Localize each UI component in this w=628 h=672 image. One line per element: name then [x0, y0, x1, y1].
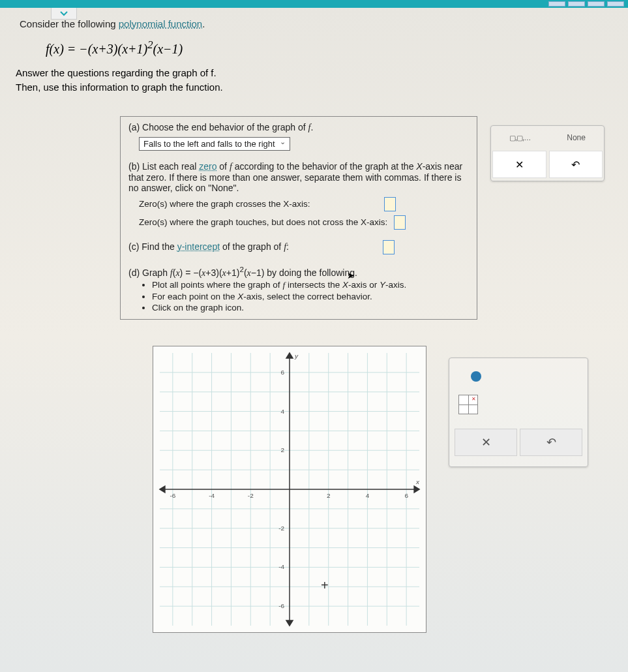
svg-text:6: 6: [404, 492, 408, 499]
svg-text:-6: -6: [170, 492, 175, 499]
input-tools-panel: ▢,▢,… None ✕ ↶: [490, 125, 605, 181]
x-icon: ✕: [481, 435, 491, 450]
question-parts-box: (a) Choose the end behavior of the graph…: [120, 116, 477, 320]
win-ctrl[interactable]: [588, 1, 605, 7]
part-a: (a) Choose the end behavior of the graph…: [121, 117, 477, 156]
part-b-label: (b): [128, 161, 140, 172]
touches-label: Zero(s) where the graph touches, but doe…: [139, 217, 387, 227]
intro-text: Consider the following: [20, 18, 119, 29]
undo-icon: ↶: [546, 435, 556, 450]
clear-button[interactable]: ✕: [492, 151, 546, 178]
x-icon: ✕: [515, 159, 524, 171]
part-d-bullets: Plot all points where the graph of f int…: [128, 280, 469, 313]
instructions: Answer the questions regarding the graph…: [0, 66, 628, 95]
function-formula: f(x) = −(x+3)(x+1)2(x−1): [0, 29, 628, 66]
instr-line-2: Then, use this information to graph the …: [16, 80, 628, 95]
svg-text:2: 2: [281, 446, 285, 453]
svg-text:-2: -2: [248, 492, 254, 499]
win-ctrl[interactable]: [548, 1, 565, 7]
bullet-2: For each point on the X-axis, select the…: [152, 292, 469, 301]
svg-text:-2: -2: [278, 525, 284, 532]
chevron-down-icon: [59, 10, 68, 17]
svg-text:-6: -6: [278, 602, 284, 609]
svg-text:6: 6: [281, 369, 285, 376]
part-a-label: (a): [128, 122, 140, 132]
none-button[interactable]: None: [567, 133, 586, 142]
undo-icon: ↶: [571, 159, 580, 171]
part-b-line2: Zero(s) where the graph touches, but doe…: [128, 211, 469, 230]
svg-text:-4: -4: [278, 563, 284, 570]
graph-undo-button[interactable]: ↶: [520, 429, 582, 456]
svg-text:x: x: [415, 478, 420, 485]
question-intro: Consider the following polynomial functi…: [0, 8, 628, 29]
bullet-3: Click on the graph icon.: [152, 303, 469, 313]
svg-text:-4: -4: [209, 492, 215, 499]
part-c: (c) Find the y-intercept of the graph of…: [121, 235, 477, 260]
point-tool[interactable]: [471, 371, 481, 382]
svg-text:y: y: [294, 352, 299, 359]
part-b: (b) List each real zero of f according t…: [121, 156, 477, 235]
part-d: (d) Graph f(x) = −(x+3)(x+1)2(x−1) by do…: [121, 260, 477, 319]
graph-clear-button[interactable]: ✕: [455, 429, 517, 456]
win-ctrl[interactable]: [568, 1, 585, 7]
svg-text:4: 4: [281, 408, 285, 415]
graph-canvas[interactable]: -6-4-2 246 64 2-2 -4-6 x y: [153, 346, 426, 633]
list-format-button[interactable]: ▢,▢,…: [509, 134, 530, 142]
graph-tools-panel: ✕ ✕ ↶: [449, 358, 588, 467]
intro-end: .: [202, 18, 205, 29]
svg-text:4: 4: [366, 492, 370, 499]
window-controls: [545, 0, 628, 8]
bullet-1: Plot all points where the graph of f int…: [152, 280, 469, 290]
app-topbar: [0, 0, 628, 8]
svg-text:2: 2: [327, 492, 331, 499]
part-b-text: List each real zero of f according to th…: [128, 161, 462, 193]
zero-link[interactable]: zero: [199, 161, 217, 172]
part-c-label: (c): [128, 241, 139, 252]
mouse-cursor: ➤: [347, 270, 355, 281]
part-c-text: Find the y-intercept of the graph of f:: [142, 241, 289, 252]
touches-input[interactable]: [394, 215, 406, 230]
crosses-input[interactable]: [384, 197, 396, 211]
crosses-label: Zero(s) where the graph crosses the X-ax…: [139, 199, 310, 209]
cartesian-plane: -6-4-2 246 64 2-2 -4-6 x y: [153, 346, 426, 632]
part-b-line1: Zero(s) where the graph crosses the X-ax…: [128, 193, 469, 211]
undo-button[interactable]: ↶: [549, 151, 603, 178]
win-ctrl[interactable]: [607, 1, 624, 7]
part-d-text: Graph f(x) = −(x+3)(x+1)2(x−1) by doing …: [142, 267, 357, 278]
part-a-text: Choose the end behavior of the graph of …: [142, 122, 313, 132]
y-intercept-link[interactable]: y-intercept: [177, 241, 220, 252]
part-d-label: (d): [128, 267, 140, 278]
collapse-tab[interactable]: [51, 8, 77, 20]
end-behavior-select[interactable]: Falls to the left and falls to the right: [139, 137, 290, 151]
y-intercept-input[interactable]: [383, 240, 395, 254]
zero-behavior-tool[interactable]: ✕: [458, 395, 478, 414]
crosshair-cursor: +: [321, 578, 329, 593]
instr-line-1: Answer the questions regarding the graph…: [16, 66, 628, 81]
polynomial-function-link[interactable]: polynomial function: [119, 18, 202, 29]
